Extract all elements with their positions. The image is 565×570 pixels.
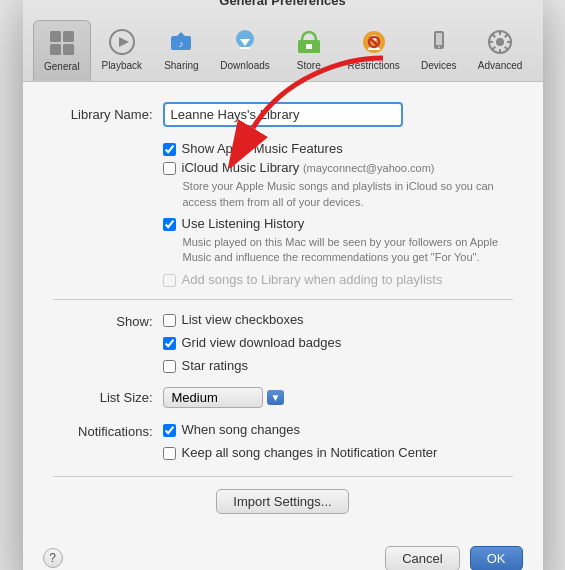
dialog-title: General Preferences [23, 0, 543, 8]
grid-view-row: Grid view download badges [163, 335, 342, 350]
svg-text:♪: ♪ [179, 39, 184, 49]
star-ratings-row: Star ratings [163, 358, 342, 373]
listening-history-checkbox[interactable] [163, 218, 176, 231]
advanced-icon [484, 26, 516, 58]
separator-2 [53, 476, 513, 477]
toolbar: General Playback [23, 16, 543, 81]
list-size-label: List Size: [53, 390, 153, 405]
toolbar-label-downloads: Downloads [220, 60, 269, 71]
toolbar-item-restrictions[interactable]: Restrictions [338, 20, 410, 81]
grid-view-label: Grid view download badges [182, 335, 342, 350]
icloud-music-checkbox[interactable] [163, 162, 176, 175]
list-view-checkbox[interactable] [163, 314, 176, 327]
show-apple-music-checkbox[interactable] [163, 143, 176, 156]
import-btn-row: Import Settings... [53, 489, 513, 514]
list-size-select[interactable]: Small Medium Large [163, 387, 263, 408]
toolbar-label-restrictions: Restrictions [348, 60, 400, 71]
footer: ? Cancel OK [23, 546, 543, 570]
toolbar-item-sharing[interactable]: ♪ Sharing [152, 20, 210, 81]
svg-line-28 [505, 35, 508, 38]
add-songs-checkbox[interactable] [163, 274, 176, 287]
toolbar-item-devices[interactable]: Devices [410, 20, 468, 81]
svg-rect-0 [50, 31, 61, 42]
svg-line-27 [505, 47, 508, 50]
keep-song-changes-checkbox[interactable] [163, 447, 176, 460]
svg-rect-10 [240, 47, 250, 49]
toolbar-label-devices: Devices [421, 60, 457, 71]
list-view-row: List view checkboxes [163, 312, 342, 327]
toolbar-item-downloads[interactable]: Downloads [210, 20, 279, 81]
help-button[interactable]: ? [43, 548, 63, 568]
when-song-changes-checkbox[interactable] [163, 424, 176, 437]
svg-rect-2 [50, 44, 61, 55]
when-song-changes-row: When song changes [163, 422, 438, 437]
sharing-icon: ♪ [165, 26, 197, 58]
toolbar-item-general[interactable]: General [33, 20, 92, 81]
listening-history-label: Use Listening History [182, 216, 305, 231]
notifications-label: Notifications: [53, 422, 153, 439]
select-chevron-icon: ▼ [267, 390, 285, 405]
star-ratings-checkbox[interactable] [163, 360, 176, 373]
toolbar-item-playback[interactable]: Playback [91, 20, 152, 81]
notifications-row: Notifications: When song changes Keep al… [53, 422, 513, 464]
toolbar-label-playback: Playback [101, 60, 142, 71]
svg-marker-5 [119, 37, 129, 47]
toolbar-label-advanced: Advanced [478, 60, 522, 71]
svg-point-21 [496, 38, 504, 46]
svg-point-19 [438, 46, 440, 48]
title-bar: General Preferences General [23, 0, 543, 82]
library-name-input[interactable] [163, 102, 403, 127]
notification-options: When song changes Keep all song changes … [163, 422, 438, 464]
keep-song-changes-label: Keep all song changes in Notification Ce… [182, 445, 438, 460]
show-row: Show: List view checkboxes Grid view dow… [53, 312, 513, 377]
store-icon [293, 26, 325, 58]
footer-buttons: Cancel OK [385, 546, 522, 570]
listening-history-row: Use Listening History [163, 216, 513, 231]
library-name-label: Library Name: [53, 107, 153, 122]
toolbar-label-general: General [44, 61, 80, 72]
separator-1 [53, 299, 513, 300]
show-options: List view checkboxes Grid view download … [163, 312, 342, 377]
ok-button[interactable]: OK [470, 546, 523, 570]
svg-rect-18 [436, 33, 442, 45]
add-songs-label: Add songs to Library when adding to play… [182, 272, 443, 287]
toolbar-item-store[interactable]: Store [280, 20, 338, 81]
apple-music-section: Show Apple Music Features iCloud Music L… [163, 141, 513, 287]
icloud-music-label: iCloud Music Library (mayconnect@yahoo.c… [182, 160, 435, 175]
icloud-description: Store your Apple Music songs and playlis… [183, 179, 513, 210]
star-ratings-label: Star ratings [182, 358, 248, 373]
list-size-select-wrapper: Small Medium Large ▼ [163, 387, 285, 408]
playback-icon [106, 26, 138, 58]
downloads-icon [229, 26, 261, 58]
cancel-button[interactable]: Cancel [385, 546, 459, 570]
restrictions-icon [358, 26, 390, 58]
svg-rect-3 [63, 44, 74, 55]
listening-description: Music played on this Mac will be seen by… [183, 235, 513, 266]
icloud-music-row: iCloud Music Library (mayconnect@yahoo.c… [163, 160, 513, 175]
library-name-row: Library Name: [53, 102, 513, 127]
svg-rect-1 [63, 31, 74, 42]
toolbar-label-store: Store [297, 60, 321, 71]
general-icon [46, 27, 78, 59]
list-view-label: List view checkboxes [182, 312, 304, 327]
svg-line-29 [493, 47, 496, 50]
keep-song-changes-row: Keep all song changes in Notification Ce… [163, 445, 438, 460]
toolbar-item-advanced[interactable]: Advanced [468, 20, 533, 81]
add-songs-row: Add songs to Library when adding to play… [163, 272, 513, 287]
content-area: Library Name: Show Apple Music Features … [23, 82, 543, 546]
show-apple-music-row: Show Apple Music Features [163, 141, 513, 156]
devices-icon [423, 26, 455, 58]
svg-rect-12 [306, 44, 312, 49]
toolbar-label-sharing: Sharing [164, 60, 198, 71]
show-label: Show: [53, 312, 153, 329]
svg-line-26 [493, 35, 496, 38]
list-size-row: List Size: Small Medium Large ▼ [53, 387, 513, 408]
import-settings-button[interactable]: Import Settings... [216, 489, 348, 514]
when-song-changes-label: When song changes [182, 422, 301, 437]
show-apple-music-label: Show Apple Music Features [182, 141, 343, 156]
grid-view-checkbox[interactable] [163, 337, 176, 350]
